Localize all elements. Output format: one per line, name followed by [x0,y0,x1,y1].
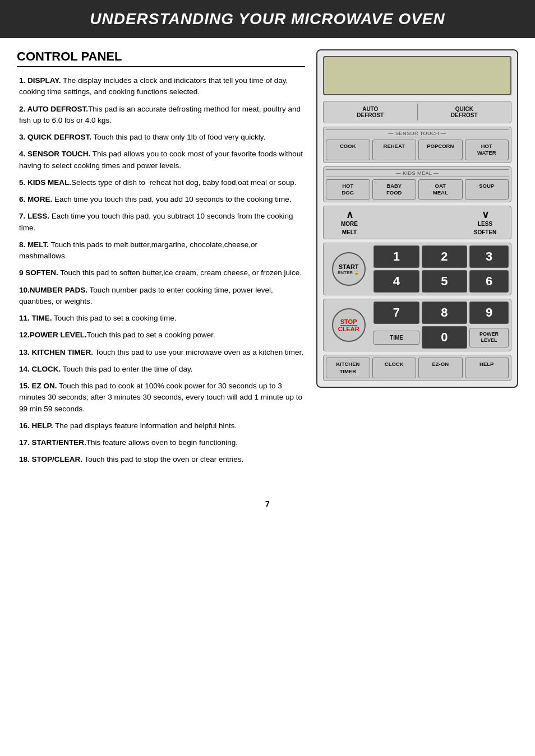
clock-button[interactable]: CLOCK [372,358,417,378]
list-item: 18. STOP/CLEAR. Touch this pad to stop t… [17,454,305,465]
more-button[interactable]: ∧ [335,208,363,221]
page-number: 7 [0,499,535,508]
stop-label: STOP [340,318,357,326]
list-item: 8. MELT. Touch this pads to melt butter,… [17,239,305,262]
bottom-section: KITCHENTIMER CLOCK EZ-ON HELP [323,355,511,381]
baby-food-button[interactable]: BABYFOOD [372,179,417,200]
oat-meal-button[interactable]: OATMEAL [418,179,463,200]
section-title: CONTROL PANEL [17,49,305,67]
cook-button[interactable]: COOK [326,140,370,160]
list-item: 3. QUICK DEFROST. Touch this pad to thaw… [17,132,305,143]
more-less-row: ∧ MORE ∨ LESS [327,208,508,227]
start-label: START [339,263,359,270]
num-6-button[interactable]: 6 [469,270,509,293]
kitchen-timer-button[interactable]: KITCHENTIMER [326,358,370,378]
time-button[interactable]: TIME [373,331,419,345]
num-1-button[interactable]: 1 [373,245,419,268]
num-0-button[interactable]: 0 [422,326,467,349]
list-item: 9 SOFTEN. Touch this pad to soften butte… [17,267,305,279]
kids-buttons-row: HOTDOG BABYFOOD OATMEAL SOUP [326,179,509,200]
kids-meal-label: — KIDS MEAL — [326,169,509,177]
melt-label: MELT [327,228,372,236]
more-less-section: ∧ MORE ∨ LESS MELT SOFTEN [323,206,511,239]
sensor-section: — SENSOR TOUCH — COOK REHEAT POPCORN HOT… [323,127,511,163]
num-5-button[interactable]: 5 [422,270,467,293]
list-item: 11. TIME. Touch this pad to set a cookin… [17,313,305,324]
content-area: CONTROL PANEL 1. DISPLAY. The display in… [0,38,535,488]
less-button[interactable]: ∨ [471,208,499,221]
enter-label: ENTER 🔒 [338,270,359,275]
popcorn-button[interactable]: POPCORN [418,140,463,160]
help-button[interactable]: HELP [465,358,509,378]
start-enter-button[interactable]: START ENTER 🔒 [332,252,366,286]
list-item: 12.POWER LEVEL.Touch this pad to set a c… [17,330,305,341]
sensor-touch-label: — SENSOR TOUCH — [326,129,509,137]
reheat-button[interactable]: REHEAT [372,140,417,160]
instructions-list: 1. DISPLAY. The display includes a clock… [17,75,305,466]
bottom-buttons-row: KITCHENTIMER CLOCK EZ-ON HELP [326,358,509,378]
less-label: LESS [478,221,492,227]
display-screen [323,56,511,95]
control-panel-diagram: AUTODEFROST QUICKDEFROST — SENSOR TOUCH … [316,49,518,388]
page-title: UNDERSTANDING YOUR MICROWAVE OVEN [11,10,524,28]
right-panel: AUTODEFROST QUICKDEFROST — SENSOR TOUCH … [316,49,518,471]
power-level-button[interactable]: POWERLEVEL [469,328,509,347]
left-panel: CONTROL PANEL 1. DISPLAY. The display in… [17,49,305,471]
num-4-button[interactable]: 4 [373,270,419,293]
num-9-button[interactable]: 9 [469,302,509,324]
list-item: 10.NUMBER PADS. Touch number pads to ent… [17,285,305,308]
list-item: 15. EZ ON. Touch this pad to cook at 100… [17,381,305,415]
list-item: 7. LESS. Each time you touch this pad, y… [17,211,305,234]
list-item: 13. KITCHEN TIMER. Touch this pad to use… [17,347,305,358]
sensor-buttons-row: COOK REHEAT POPCORN HOTWATER [326,140,509,160]
soup-button[interactable]: SOUP [465,179,509,200]
list-item: 17. START/ENTER.This feature allows oven… [17,437,305,448]
list-item: 5. KIDS MEAL.Selects type of dish to reh… [17,177,305,188]
num-2-button[interactable]: 2 [422,245,467,268]
list-item: 6. MORE. Each time you touch this pad, y… [17,194,305,205]
num-3-button[interactable]: 3 [469,245,509,268]
numpad-section-2: 7 8 9 STOP CLEAR TIME 0 POWERLEVEL [323,299,511,351]
list-item: 16. HELP. The pad displays feature infor… [17,420,305,432]
list-item: 14. CLOCK. Touch this pad to enter the t… [17,364,305,375]
defrost-row: AUTODEFROST QUICKDEFROST [323,101,511,123]
clear-label: CLEAR [338,326,359,332]
hot-water-button[interactable]: HOTWATER [465,140,509,160]
stop-clear-button[interactable]: STOP CLEAR [332,308,366,342]
hot-dog-button[interactable]: HOTDOG [326,179,370,200]
quick-defrost-button[interactable]: QUICKDEFROST [418,101,511,123]
numpad-section: 1 2 3 START ENTER 🔒 4 5 6 [323,243,511,295]
more-label: MORE [341,221,358,227]
num-8-button[interactable]: 8 [422,302,467,324]
page-header: UNDERSTANDING YOUR MICROWAVE OVEN [0,0,535,38]
auto-defrost-button[interactable]: AUTODEFROST [324,101,417,123]
list-item: 1. DISPLAY. The display includes a clock… [17,75,305,98]
list-item: 2. AUTO DEFROST.This pad is an accurate … [17,104,305,127]
more-group: ∧ MORE [327,208,372,227]
kids-meal-section: — KIDS MEAL — HOTDOG BABYFOOD OATMEAL SO… [323,166,511,203]
list-item: 4. SENSOR TOUCH. This pad allows you to … [17,149,305,171]
ez-on-button[interactable]: EZ-ON [418,358,463,378]
soften-label: SOFTEN [463,228,508,236]
less-group: ∨ LESS [463,208,508,227]
melt-soften-row: MELT SOFTEN [327,228,508,236]
num-7-button[interactable]: 7 [373,302,419,324]
